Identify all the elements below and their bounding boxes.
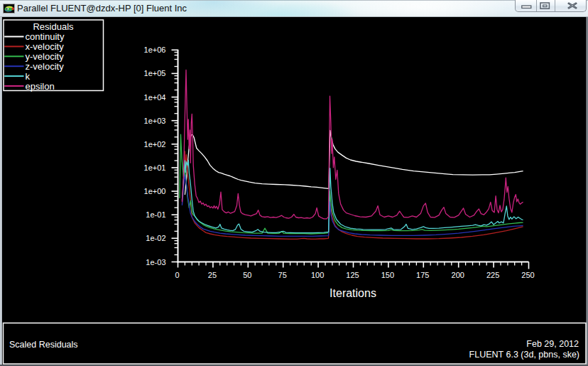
svg-text:175: 175 [416, 271, 429, 279]
svg-text:continuity: continuity [26, 31, 65, 42]
svg-text:1e+03: 1e+03 [144, 117, 166, 125]
svg-text:100: 100 [311, 271, 324, 279]
svg-text:Scaled Residuals: Scaled Residuals [9, 340, 78, 350]
svg-text:FLUENT 6.3 (3d, pbns, ske): FLUENT 6.3 (3d, pbns, ske) [469, 350, 579, 360]
svg-text:1e+06: 1e+06 [144, 45, 166, 54]
svg-text:y-velocity: y-velocity [26, 51, 65, 62]
svg-text:Residuals: Residuals [33, 21, 74, 32]
svg-text:250: 250 [521, 271, 534, 279]
svg-text:25: 25 [208, 271, 217, 279]
svg-text:1e+02: 1e+02 [144, 140, 166, 149]
svg-text:1e+04: 1e+04 [144, 93, 166, 102]
svg-text:150: 150 [381, 271, 394, 279]
svg-text:50: 50 [243, 271, 251, 279]
svg-text:1e-02: 1e-02 [146, 234, 165, 242]
svg-text:k: k [26, 71, 31, 82]
svg-text:1e-03: 1e-03 [146, 258, 165, 267]
svg-text:225: 225 [486, 271, 499, 279]
svg-text:1e-01: 1e-01 [146, 210, 165, 219]
svg-text:1e+05: 1e+05 [144, 69, 166, 77]
svg-text:1e+01: 1e+01 [144, 163, 166, 172]
svg-text:200: 200 [452, 271, 464, 279]
svg-text:125: 125 [346, 271, 359, 279]
svg-text:x-velocity: x-velocity [26, 41, 65, 52]
svg-text:z-velocity: z-velocity [26, 61, 65, 72]
svg-text:0: 0 [175, 271, 179, 279]
svg-text:1e+00: 1e+00 [144, 187, 166, 195]
svg-text:Iterations: Iterations [330, 287, 376, 299]
svg-text:Feb 29, 2012: Feb 29, 2012 [526, 339, 579, 349]
svg-text:epsilon: epsilon [26, 81, 55, 92]
svg-text:75: 75 [278, 271, 287, 279]
